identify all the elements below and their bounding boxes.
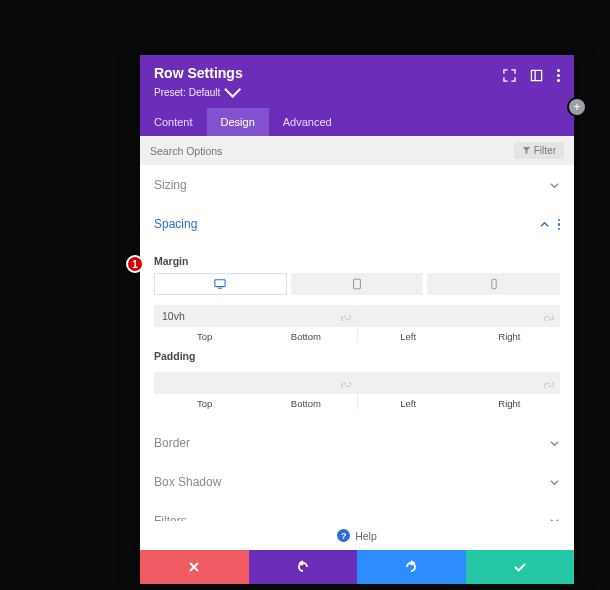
padding-left-input[interactable] [358, 372, 459, 394]
chevron-down-icon [223, 83, 242, 102]
chevron-down-icon [549, 438, 560, 449]
modal-actions [140, 550, 574, 584]
undo-icon [296, 560, 310, 574]
tablet-icon [351, 278, 363, 290]
phone-icon [488, 278, 500, 290]
section-spacing[interactable]: Spacing [154, 204, 560, 243]
device-phone[interactable] [427, 273, 560, 295]
filter-button[interactable]: Filter [514, 142, 564, 159]
label-bottom: Bottom [291, 398, 321, 409]
preset-selector[interactable]: Preset: Default [154, 83, 243, 102]
label-top: Top [197, 331, 212, 342]
check-icon [513, 560, 527, 574]
more-menu-icon[interactable] [557, 69, 560, 82]
spacing-panel: Margin Top [154, 243, 560, 423]
chevron-down-icon [549, 516, 560, 521]
section-filters[interactable]: Filters [154, 501, 560, 521]
redo-button[interactable] [357, 550, 466, 584]
row-settings-modal: Row Settings Preset: Default Content Des… [140, 55, 574, 584]
padding-fields: Top Bottom Left Right [154, 372, 560, 409]
annotation-badge-1: 1 [126, 255, 144, 273]
padding-top-input[interactable] [154, 372, 255, 394]
label-bottom: Bottom [291, 331, 321, 342]
section-sizing[interactable]: Sizing [154, 165, 560, 204]
chevron-up-icon [539, 219, 550, 230]
close-icon [187, 560, 201, 574]
snap-icon[interactable] [530, 69, 543, 82]
svg-rect-3 [354, 280, 361, 289]
save-button[interactable] [466, 550, 575, 584]
undo-button[interactable] [249, 550, 358, 584]
help-icon: ? [337, 529, 350, 542]
margin-fields: Top Bottom Left Right [154, 305, 560, 342]
label-left: Left [400, 331, 416, 342]
padding-label: Padding [154, 350, 560, 362]
discard-button[interactable] [140, 550, 249, 584]
responsive-device-tabs [154, 273, 560, 295]
filter-icon [522, 146, 531, 155]
svg-rect-2 [215, 280, 225, 287]
redo-icon [404, 560, 418, 574]
label-right: Right [498, 398, 520, 409]
section-box-shadow[interactable]: Box Shadow [154, 462, 560, 501]
label-left: Left [400, 398, 416, 409]
search-row: Filter [140, 136, 574, 165]
margin-left-input[interactable] [358, 305, 459, 327]
add-module-edge-button[interactable]: + [569, 99, 585, 115]
margin-top-input[interactable] [154, 305, 255, 327]
link-values-icon[interactable] [341, 309, 351, 327]
link-values-icon[interactable] [341, 376, 351, 394]
chevron-down-icon [549, 180, 560, 191]
link-values-icon[interactable] [544, 376, 554, 394]
section-more-icon[interactable] [558, 219, 561, 231]
label-top: Top [197, 398, 212, 409]
chevron-down-icon [549, 477, 560, 488]
modal-header: Row Settings Preset: Default [140, 55, 574, 108]
settings-content: Sizing Spacing Margin [140, 165, 574, 521]
device-desktop[interactable] [154, 273, 287, 295]
tab-design[interactable]: Design [207, 108, 269, 136]
margin-label: Margin [154, 255, 560, 267]
device-tablet[interactable] [291, 273, 424, 295]
modal-title: Row Settings [154, 65, 243, 81]
tab-content[interactable]: Content [140, 108, 207, 136]
tab-advanced[interactable]: Advanced [269, 108, 346, 136]
svg-rect-4 [492, 280, 496, 289]
desktop-icon [214, 278, 226, 290]
section-border[interactable]: Border [154, 423, 560, 462]
expand-icon[interactable] [503, 69, 516, 82]
svg-rect-0 [531, 70, 541, 80]
search-input[interactable] [150, 145, 398, 157]
link-values-icon[interactable] [544, 309, 554, 327]
label-right: Right [498, 331, 520, 342]
tab-bar: Content Design Advanced [140, 108, 574, 136]
help-link[interactable]: ? Help [140, 521, 574, 550]
